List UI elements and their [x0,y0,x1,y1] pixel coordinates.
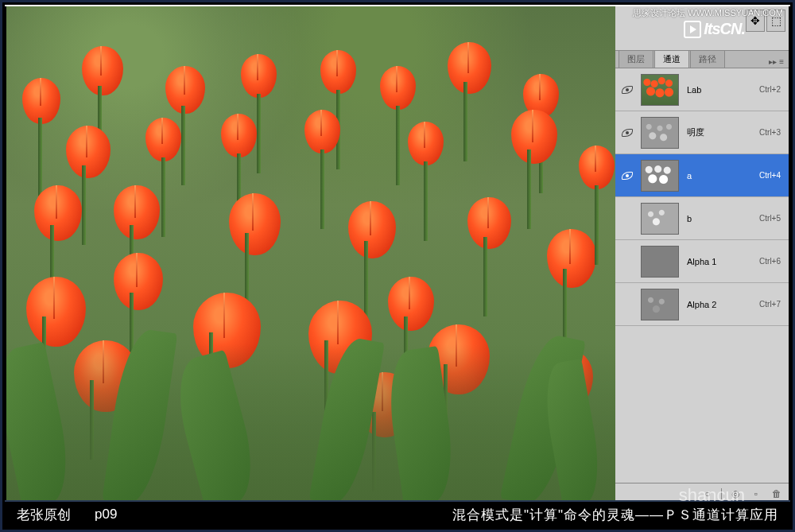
canvas-image[interactable] [6,6,619,503]
tab-paths[interactable]: 路径 [690,50,725,68]
channel-b[interactable]: b Ctrl+5 [615,197,789,240]
channel-thumbnail [641,117,679,149]
channel-alpha2[interactable]: Alpha 2 Ctrl+7 [615,283,789,326]
channel-shortcut: Ctrl+2 [759,85,785,94]
visibility-icon[interactable] [622,86,633,94]
caption-page: p09 [95,507,117,522]
channel-shortcut: Ctrl+3 [759,128,785,137]
panel-tabs: 图层 通道 路径 ▸▸ ≡ [615,51,789,68]
new-channel-icon[interactable]: ▫ [749,487,763,500]
panel-menu-icon[interactable]: ▸▸ ≡ [764,56,789,68]
visibility-icon[interactable] [622,129,633,137]
channel-name: Lab [684,85,759,95]
channel-list: Lab Ctrl+2 明度 Ctrl+3 a Ctrl+4 b Ctrl+5 [615,68,789,483]
caption-title: 混合模式是"计算"命令的灵魂——ＰＳ通道计算应用 [452,506,778,524]
watermark-top-text: 思缘设计论坛 WWW.MISSYUAN.COM [633,7,783,19]
tab-channels[interactable]: 通道 [654,50,689,68]
delete-icon[interactable]: 🗑 [770,487,784,500]
channel-name: Alpha 1 [684,257,759,266]
channel-a[interactable]: a Ctrl+4 [615,154,789,197]
visibility-icon[interactable] [622,172,633,180]
caption-bar: 老张原创 p09 混合模式是"计算"命令的灵魂——ＰＳ通道计算应用 [5,500,790,527]
channel-lab[interactable]: Lab Ctrl+2 [615,68,789,111]
play-icon [684,21,701,38]
channel-thumbnail [641,246,679,278]
channel-name: b [684,214,759,223]
channel-shortcut: Ctrl+4 [759,171,785,180]
channel-name: Alpha 2 [684,300,759,309]
caption-author: 老张原创 [17,506,71,524]
channel-alpha1[interactable]: Alpha 1 Ctrl+6 [615,240,789,283]
channel-thumbnail [641,74,679,106]
watermark-bottom: shancun [679,485,745,506]
channels-panel: ✥ ⬚ 图层 通道 路径 ▸▸ ≡ Lab Ctrl+2 明度 Ctrl+3 [615,6,789,503]
tab-layers[interactable]: 图层 [619,50,653,68]
channel-name: a [684,171,759,181]
channel-thumbnail [641,289,679,320]
channel-name: 明度 [684,126,759,138]
channel-thumbnail [641,203,679,235]
watermark-logo: ItsCN. [684,20,745,38]
channel-thumbnail [641,160,679,192]
channel-shortcut: Ctrl+7 [759,300,785,309]
channel-shortcut: Ctrl+5 [759,214,785,223]
logo-text: ItsCN. [704,20,745,38]
channel-shortcut: Ctrl+6 [759,257,785,266]
channel-lightness[interactable]: 明度 Ctrl+3 [615,111,789,154]
